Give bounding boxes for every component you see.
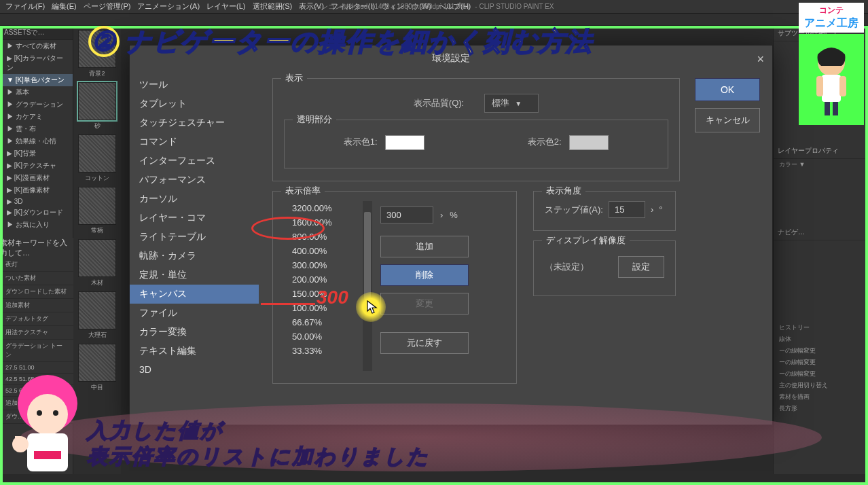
window-title: ハンコン制作.psd（1400 x 1080px 300dpi 101.0%） …	[314, 2, 554, 12]
tree-item[interactable]: ▶ 雲・布	[0, 123, 73, 135]
tree-item[interactable]: ▶ [K]カラーパターン	[0, 52, 73, 74]
material-thumb[interactable]	[78, 82, 116, 120]
thumb-label: 常柄	[73, 226, 121, 235]
category-item[interactable]: カーソル	[130, 190, 259, 209]
category-item[interactable]: ファイル	[130, 304, 259, 323]
tree-item[interactable]: ▶ グラデーション	[0, 98, 73, 111]
category-item[interactable]: ツール	[130, 75, 259, 94]
zoom-level-item[interactable]: 50.00%	[284, 329, 372, 344]
cancel-button[interactable]: キャンセル	[695, 108, 760, 132]
history-row[interactable]: 主の使用切り替え	[774, 380, 868, 391]
reset-button[interactable]: 元に戻す	[380, 332, 469, 354]
menu-layer[interactable]: レイヤー(L)	[204, 0, 248, 13]
material-row[interactable]: 夜灯	[0, 258, 73, 272]
category-item[interactable]: キャンバス	[130, 285, 259, 304]
resolution-group-title: ディスプレイ解像度	[542, 234, 630, 247]
material-thumb[interactable]	[78, 239, 116, 277]
history-row[interactable]: ヒストリー	[774, 322, 868, 334]
step-badge: ②	[88, 26, 120, 57]
material-row[interactable]: 追加素材	[0, 299, 73, 312]
color-dropdown[interactable]: カラー ▼	[774, 159, 868, 170]
category-item[interactable]: タブレット	[130, 94, 259, 113]
history-row[interactable]: ーの線幅変更	[774, 345, 868, 357]
svg-rect-2	[816, 76, 823, 96]
svg-point-9	[53, 410, 58, 416]
material-row[interactable]: 用法テクスチャ	[0, 326, 73, 340]
resolution-settings-button[interactable]: 設定	[618, 256, 664, 278]
category-item[interactable]: コマンド	[130, 132, 259, 151]
resolution-status: （未設定）	[545, 261, 589, 273]
zoom-unit: %	[450, 210, 458, 220]
material-thumb[interactable]	[78, 187, 116, 225]
zoom-level-item[interactable]: 66.67%	[284, 315, 372, 329]
video-headline: ②ナビゲーターの操作を細かく刻む方法	[88, 24, 593, 59]
tree-item[interactable]: ▶ お気に入り	[0, 219, 73, 231]
category-item[interactable]: カラー変換	[130, 323, 259, 342]
tree-item[interactable]: ▶ [K]画像素材	[0, 184, 73, 196]
category-list: ツールタブレットタッチジェスチャーコマンドインターフェースパフォーマンスカーソル…	[130, 71, 259, 423]
tree-item[interactable]: ▶ 基本	[0, 86, 73, 98]
navigator-section[interactable]: ナビゲ…	[774, 225, 868, 240]
angle-group-title: 表示角度	[542, 185, 585, 197]
layerprop-section[interactable]: レイヤープロパティ	[774, 143, 868, 159]
close-icon[interactable]: ×	[757, 52, 764, 67]
material-row[interactable]: デフォルトタグ	[0, 312, 73, 326]
thumb-label: 砂	[73, 122, 121, 130]
menu-file[interactable]: ファイル(F)	[3, 0, 48, 13]
zoom-level-item[interactable]: 200.00%	[284, 272, 372, 287]
category-item[interactable]: パフォーマンス	[130, 170, 259, 190]
category-item[interactable]: インターフェース	[130, 151, 259, 170]
category-item[interactable]: レイヤー・コマ	[130, 209, 259, 228]
zoom-level-item[interactable]: 300.00%	[284, 258, 372, 272]
material-row[interactable]: グラデーション トーン	[0, 340, 73, 362]
color2-swatch[interactable]	[569, 135, 609, 150]
history-row[interactable]: 素材を描画	[774, 391, 868, 403]
tree-item[interactable]: ▶ [K]漫画素材	[0, 172, 73, 184]
category-item[interactable]: 3D	[130, 361, 259, 378]
zoom-level-item[interactable]: 400.00%	[284, 244, 372, 258]
material-row[interactable]: ダウンロードした素材	[0, 285, 73, 299]
spinner-icon[interactable]: ›	[651, 204, 653, 215]
tree-item[interactable]: ▶ [K]背景	[0, 147, 73, 160]
material-row[interactable]: ついた素材	[0, 272, 73, 285]
material-thumb[interactable]	[78, 291, 116, 329]
category-item[interactable]: ライトテーブル	[130, 228, 259, 247]
menu-page[interactable]: ページ管理(P)	[81, 0, 134, 13]
color1-swatch[interactable]	[385, 135, 424, 150]
quality-label: 表示品質(Q):	[414, 97, 464, 109]
step-input[interactable]	[609, 201, 645, 218]
tree-item[interactable]: ▼ [K]単色パターン	[0, 74, 73, 86]
tree-item[interactable]: ▶ 効果線・心情	[0, 135, 73, 147]
menu-edit[interactable]: 編集(E)	[49, 0, 79, 13]
history-row[interactable]: 線体	[774, 334, 868, 345]
quality-select[interactable]: 標準 ▼	[484, 94, 539, 113]
scrollbar[interactable]	[363, 201, 372, 371]
menu-anim[interactable]: アニメーション(A)	[134, 0, 202, 13]
tree-item[interactable]: ▶ [K]ダウンロード	[0, 206, 73, 219]
channel-logo: コンテ アニメ工房	[799, 3, 864, 33]
svg-rect-4	[825, 102, 830, 115]
tree-item[interactable]: ▶ [K]テクスチャ	[0, 160, 73, 172]
tree-item[interactable]: ▶ 3D	[0, 196, 73, 206]
history-row[interactable]: 長方形	[774, 403, 868, 414]
ok-button[interactable]: OK	[695, 78, 760, 101]
category-item[interactable]: テキスト編集	[130, 342, 259, 361]
zoom-value-input[interactable]	[380, 206, 433, 223]
category-item[interactable]: 軌跡・カメラ	[130, 247, 259, 266]
add-button[interactable]: 追加	[380, 236, 469, 257]
spinner-icon[interactable]: ›	[440, 210, 443, 220]
angle-unit: °	[659, 204, 662, 215]
transparent-group-title: 透明部分	[293, 113, 336, 126]
zoom-level-item[interactable]: 33.33%	[284, 344, 372, 358]
tree-item[interactable]: ▶ すべての素材	[0, 40, 73, 52]
red-value-annotation: 300	[317, 287, 348, 308]
history-row[interactable]: ーの線幅変更	[774, 368, 868, 380]
category-item[interactable]: タッチジェスチャー	[130, 113, 259, 132]
category-item[interactable]: 定規・単位	[130, 266, 259, 285]
material-thumb[interactable]	[78, 134, 116, 173]
tree-item[interactable]: ▶ カケアミ	[0, 111, 73, 123]
delete-button[interactable]: 削除	[380, 264, 469, 286]
zoom-level-item[interactable]: 3200.00%	[284, 201, 372, 215]
history-row[interactable]: ーの線幅変更	[774, 357, 868, 368]
menu-select[interactable]: 選択範囲(S)	[250, 0, 295, 13]
